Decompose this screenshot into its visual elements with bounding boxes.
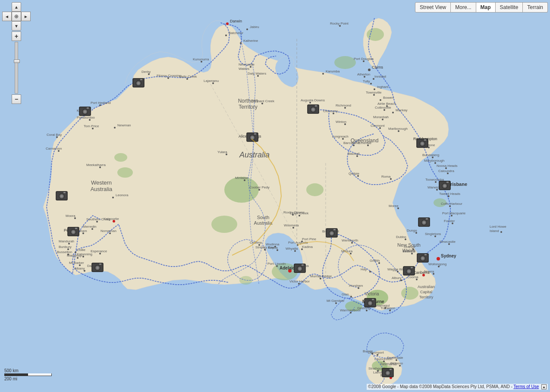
- svg-point-5: [117, 167, 133, 178]
- svg-text:Winton: Winton: [336, 120, 346, 124]
- svg-text:Barcaldine: Barcaldine: [343, 141, 360, 145]
- svg-point-304: [137, 82, 140, 85]
- svg-text:Norseman: Norseman: [101, 229, 116, 233]
- svg-text:Marlborough: Marlborough: [388, 127, 408, 131]
- svg-text:Scottsdale: Scottsdale: [387, 356, 403, 360]
- svg-text:Australia: Australia: [254, 220, 273, 226]
- svg-text:Bicheno: Bicheno: [390, 361, 403, 365]
- svg-text:Meekatharra: Meekatharra: [86, 163, 106, 167]
- svg-rect-349: [426, 218, 428, 220]
- svg-point-4: [114, 153, 127, 162]
- svg-text:Territory: Territory: [419, 295, 434, 299]
- svg-text:Victor Harbor: Victor Harbor: [289, 279, 310, 283]
- scale-km-label: 500 km: [4, 368, 19, 373]
- svg-text:Katherine: Katherine: [243, 39, 258, 43]
- svg-text:Tully: Tully: [363, 79, 370, 83]
- svg-text:Leigh Creek: Leigh Creek: [290, 211, 309, 215]
- pan-center-button[interactable]: ⊕: [12, 12, 21, 21]
- svg-text:Manjimup: Manjimup: [67, 254, 82, 257]
- zoom-in-button[interactable]: +: [12, 31, 21, 41]
- svg-rect-333: [333, 229, 336, 230]
- svg-point-193: [437, 257, 440, 260]
- svg-point-320: [96, 267, 99, 269]
- svg-text:Longreach: Longreach: [332, 135, 349, 138]
- more-button[interactable]: More...: [451, 2, 476, 13]
- pan-up-button[interactable]: ▲: [12, 2, 21, 12]
- svg-text:Halls Creek: Halls Creek: [179, 75, 197, 78]
- svg-text:Griffith: Griffith: [370, 259, 380, 263]
- zoom-track[interactable]: [15, 42, 18, 94]
- svg-text:Australia: Australia: [239, 151, 270, 159]
- svg-text:Warrnambool: Warrnambool: [340, 308, 361, 312]
- svg-text:Tennant Creek: Tennant Creek: [252, 99, 275, 103]
- svg-point-360: [421, 257, 424, 260]
- map-button[interactable]: Map: [476, 2, 496, 13]
- zoom-handle[interactable]: [14, 60, 20, 63]
- zoom-slider[interactable]: + −: [12, 31, 21, 104]
- svg-point-65: [380, 99, 381, 101]
- terms-of-use-link[interactable]: Terms of Use: [513, 384, 539, 389]
- svg-text:Leonora: Leonora: [116, 193, 129, 197]
- svg-text:Merredin: Merredin: [83, 225, 97, 229]
- scale-bar: 500 km 200 mi: [4, 368, 52, 381]
- svg-text:Canberra: Canberra: [413, 270, 430, 275]
- svg-rect-329: [315, 105, 317, 107]
- svg-text:Wentworth: Wentworth: [342, 238, 358, 242]
- svg-rect-317: [75, 228, 77, 229]
- svg-text:Newcastle: Newcastle: [239, 63, 255, 66]
- svg-text:Kununurra: Kununurra: [193, 57, 209, 61]
- svg-point-308: [84, 110, 86, 113]
- svg-text:Port Pirie: Port Pirie: [302, 237, 316, 241]
- svg-text:Karumba: Karumba: [326, 69, 340, 73]
- street-view-button[interactable]: Street View: [415, 2, 451, 13]
- svg-text:Mt Barker: Mt Barker: [69, 261, 84, 265]
- svg-text:Mt Gambier: Mt Gambier: [327, 299, 345, 303]
- svg-text:Newman: Newman: [117, 123, 131, 127]
- svg-text:Murray Bridge: Murray Bridge: [310, 274, 332, 278]
- svg-text:Wollongong: Wollongong: [428, 262, 446, 266]
- svg-rect-345: [411, 267, 413, 268]
- svg-point-34: [226, 22, 229, 25]
- svg-point-61: [374, 88, 375, 90]
- svg-text:Paraburdoo: Paraburdoo: [77, 116, 95, 119]
- svg-text:Townsville: Townsville: [366, 91, 382, 94]
- svg-text:Hay: Hay: [361, 267, 367, 271]
- svg-text:Moora: Moora: [66, 214, 75, 218]
- svg-text:Bundaberg: Bundaberg: [422, 153, 439, 157]
- svg-text:Newcastle: Newcastle: [440, 240, 456, 244]
- svg-text:Batchelor: Batchelor: [229, 31, 243, 35]
- svg-point-3: [306, 183, 324, 196]
- svg-point-348: [423, 221, 425, 224]
- svg-rect-309: [87, 107, 89, 109]
- svg-text:Port Lincoln: Port Lincoln: [267, 262, 286, 266]
- svg-rect-353: [424, 139, 426, 141]
- terrain-button[interactable]: Terrain: [523, 2, 548, 13]
- svg-text:Sydney: Sydney: [441, 254, 456, 258]
- copyright-text: ©2008 Google - Map data ©2008 MapData Sc…: [368, 384, 513, 389]
- svg-text:Tom Price: Tom Price: [84, 124, 99, 128]
- map-toolbar: Street View More... Map Satellite Terrai…: [415, 2, 548, 13]
- svg-text:Kadina: Kadina: [302, 245, 313, 249]
- satellite-button[interactable]: Satellite: [496, 2, 523, 13]
- pan-down-button[interactable]: ▼: [12, 21, 21, 31]
- svg-text:Rocky Point: Rocky Point: [330, 22, 349, 25]
- svg-point-38: [225, 34, 227, 36]
- map-svg: Australia Western Australia Northern Ter…: [0, 0, 550, 392]
- pan-right-button[interactable]: ►: [21, 12, 31, 21]
- svg-point-53: [368, 69, 371, 71]
- zoom-out-button[interactable]: −: [12, 94, 21, 104]
- svg-point-103: [112, 197, 114, 198]
- svg-text:Mandurah: Mandurah: [59, 239, 74, 243]
- svg-text:Bathurst: Bathurst: [402, 249, 416, 253]
- svg-text:Innisfail: Innisfail: [374, 75, 386, 78]
- svg-point-2: [211, 216, 237, 233]
- svg-text:Mackay: Mackay: [396, 108, 408, 112]
- svg-text:Woomera: Woomera: [284, 223, 299, 227]
- svg-rect-325: [254, 133, 256, 135]
- map-container[interactable]: Australia Western Australia Northern Ter…: [0, 0, 550, 392]
- svg-text:Clermont: Clermont: [371, 124, 385, 128]
- svg-text:Daly Waters: Daly Waters: [248, 72, 266, 75]
- svg-text:Collinsville: Collinsville: [375, 106, 391, 110]
- svg-text:Collie: Collie: [77, 248, 86, 252]
- pan-left-button[interactable]: ◄: [2, 12, 12, 21]
